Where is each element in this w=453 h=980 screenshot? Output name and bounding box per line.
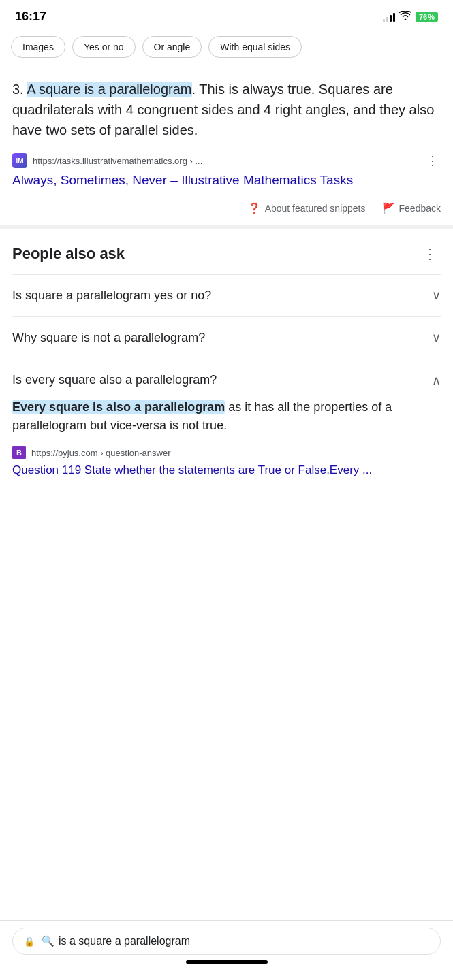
chip-or-angle[interactable]: Or angle [142, 36, 202, 58]
snippet-footer: ❓ About featured snippets 🚩 Feedback [12, 199, 441, 214]
signal-icon [383, 12, 395, 22]
paa-source-link[interactable]: Question 119 State whether the statement… [12, 462, 441, 478]
feedback-link[interactable]: 🚩 Feedback [382, 202, 441, 214]
chip-with-equal-sides[interactable]: With equal sides [208, 36, 302, 58]
paa-item-3-toggle[interactable]: Is every square also a parallelogram? ∧ [12, 372, 441, 398]
paa-header: People also ask ⋮ [12, 243, 441, 265]
paa-title: People also ask [12, 245, 125, 263]
paa-source-url: https://byjus.com › question-answer [31, 448, 170, 458]
bottom-search-bar: 🔒 🔍is a square a parallelogram [0, 920, 453, 980]
search-chips-bar[interactable]: Images Yes or no Or angle With equal sid… [0, 29, 453, 65]
people-also-ask-section: People also ask ⋮ Is square a parallelog… [0, 229, 453, 489]
search-input-container[interactable]: 🔒 🔍is a square a parallelogram [12, 928, 441, 955]
paa-question-2: Why square is not a parallelogram? [12, 329, 205, 346]
paa-item-1[interactable]: Is square a parallelogram yes or no? ∨ [12, 274, 441, 316]
source-menu-button[interactable]: ⋮ [424, 152, 441, 169]
snippet-number: 3. [12, 82, 24, 97]
chevron-down-icon-1: ∨ [432, 288, 441, 303]
chevron-up-icon-3: ∧ [432, 373, 441, 388]
search-icon: 🔍 [42, 935, 54, 947]
status-bar: 16:17 76% [0, 0, 453, 29]
paa-item-3-expanded: Is every square also a parallelogram? ∧ … [12, 359, 441, 489]
chevron-down-icon-2: ∨ [432, 330, 441, 345]
source-favicon: iM [12, 153, 27, 168]
question-circle-icon: ❓ [248, 202, 261, 214]
home-indicator [186, 960, 268, 964]
about-featured-snippets-link[interactable]: ❓ About featured snippets [248, 202, 366, 214]
paa-question-3: Is every square also a parallelogram? [12, 372, 217, 389]
lock-icon: 🔒 [24, 936, 35, 947]
battery-indicator: 76% [416, 12, 438, 22]
snippet-body: 3. A square is a parallelogram. This is … [12, 79, 441, 140]
paa-source-row: B https://byjus.com › question-answer [12, 446, 441, 459]
wifi-icon [399, 11, 411, 23]
flag-icon: 🚩 [382, 202, 395, 214]
source-row: iM https://tasks.illustrativemathematics… [12, 152, 441, 169]
paa-question-1: Is square a parallelogram yes or no? [12, 287, 211, 304]
status-time: 16:17 [15, 10, 46, 24]
paa-menu-button[interactable]: ⋮ [419, 243, 441, 265]
paa-item-2[interactable]: Why square is not a parallelogram? ∨ [12, 316, 441, 359]
paa-expanded-highlight: Every square is also a parallelogram [12, 400, 225, 414]
source-link[interactable]: Always, Sometimes, Never – Illustrative … [12, 172, 441, 190]
source-url: https://tasks.illustrativemathematics.or… [33, 156, 419, 166]
status-icons: 76% [383, 11, 438, 23]
snippet-highlight: A square is a parallelogram [27, 82, 191, 97]
search-query[interactable]: 🔍is a square a parallelogram [42, 935, 429, 947]
featured-snippet: 3. A square is a parallelogram. This is … [0, 65, 453, 229]
paa-expanded-content: Every square is also a parallelogram as … [12, 398, 441, 489]
chip-images[interactable]: Images [11, 36, 65, 58]
chip-yes-or-no[interactable]: Yes or no [72, 36, 136, 58]
paa-expanded-text: Every square is also a parallelogram as … [12, 398, 441, 435]
paa-source-favicon: B [12, 446, 26, 459]
